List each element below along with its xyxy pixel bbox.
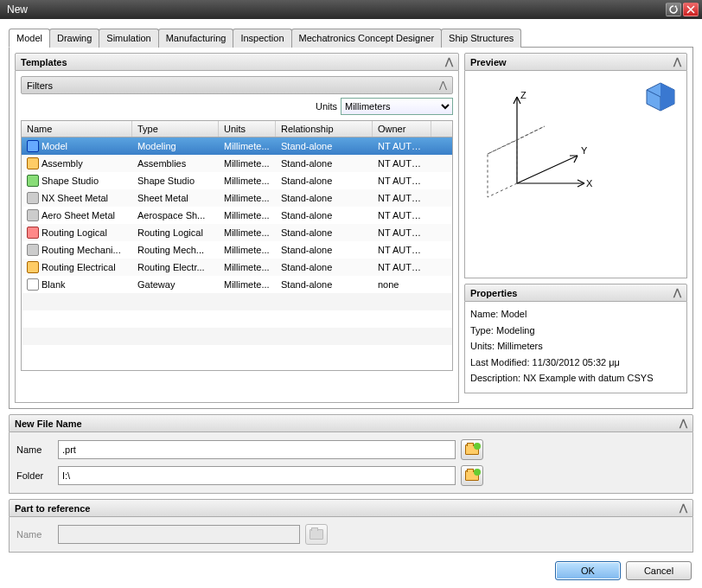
table-row[interactable]: Shape StudioShape StudioMillimete...Stan… [22,172,452,189]
table-row [22,328,452,345]
svg-line-2 [517,156,578,183]
file-icon [27,278,39,291]
properties-header[interactable]: Properties ⋀ [464,284,687,302]
chevron-up-icon: ⋀ [673,56,681,67]
units-label: Units [316,101,337,112]
browse-name-button[interactable] [461,439,483,460]
close-button[interactable] [683,3,699,16]
file-icon [27,261,39,273]
window-title: New [3,3,664,16]
file-icon [27,209,39,221]
folder-input[interactable] [58,466,456,485]
browse-ref-button [305,524,328,545]
tab-ship-structures[interactable]: Ship Structures [441,29,521,48]
file-icon [27,140,39,152]
file-icon [27,192,39,204]
templates-header[interactable]: Templates ⋀ [15,53,459,71]
ref-name-label: Name [16,529,53,540]
col-owner[interactable]: Owner [373,121,431,137]
properties-pane: Name: Model Type: Modeling Units: Millim… [464,302,687,393]
table-row[interactable]: NX Sheet MetalSheet MetalMillimete...Sta… [22,189,452,207]
dialog-footer: OK Cancel [0,556,702,585]
tab-strip: ModelDrawingSimulationManufacturingInspe… [9,28,693,48]
filters-header[interactable]: Filters ⋀ [21,76,453,94]
reset-dialog-button[interactable] [666,3,681,16]
ref-name-input [58,525,300,544]
table-row[interactable]: Aero Sheet MetalAerospace Sh...Millimete… [22,207,452,224]
browse-folder-button[interactable] [461,465,483,486]
chevron-up-icon: ⋀ [439,80,447,91]
preview-header-label: Preview [470,57,507,67]
part-to-reference-header[interactable]: Part to reference ⋀ [9,499,693,517]
table-row[interactable]: AssemblyAssembliesMillimete...Stand-alon… [22,155,452,172]
table-row [22,345,452,362]
table-row[interactable]: ModelModelingMillimete...Stand-aloneNT A… [22,137,452,155]
col-rel[interactable]: Relationship [276,121,373,137]
svg-text:Z: Z [520,90,526,100]
file-icon [27,157,39,169]
new-file-name-header[interactable]: New File Name ⋀ [9,414,693,432]
folder-icon [465,470,479,481]
tab-drawing[interactable]: Drawing [49,29,99,48]
properties-header-label: Properties [470,288,517,298]
table-row[interactable]: Routing Mechani...Routing Mech...Millime… [22,241,452,259]
tab-model[interactable]: Model [9,29,50,48]
col-units[interactable]: Units [219,121,276,137]
chevron-up-icon: ⋀ [680,418,687,429]
table-row[interactable]: Routing LogicalRouting LogicalMillimete.… [22,224,452,241]
units-select[interactable]: Millimeters [341,98,453,115]
preview-header[interactable]: Preview ⋀ [464,53,687,71]
title-bar: New [0,0,702,19]
filters-header-label: Filters [27,80,53,91]
folder-label: Folder [16,470,53,481]
new-file-name-label: New File Name [15,419,82,429]
file-icon [27,227,39,239]
table-row [22,293,452,310]
tab-simulation[interactable]: Simulation [99,29,158,48]
templates-grid: Name Type Units Relationship Owner Model… [21,120,453,371]
file-name-input[interactable] [58,440,456,459]
ok-button[interactable]: OK [555,561,621,580]
file-icon [27,175,39,187]
cancel-button[interactable]: Cancel [626,561,692,580]
part-to-reference-label: Part to reference [15,503,90,514]
chevron-up-icon: ⋀ [673,287,681,298]
folder-icon [310,529,323,540]
chevron-up-icon: ⋀ [680,502,687,514]
preview-pane: Z X Y [464,71,687,278]
axes-icon: Z X Y [482,88,595,209]
templates-header-label: Templates [21,57,67,67]
tab-manufacturing[interactable]: Manufacturing [158,29,234,48]
chevron-up-icon: ⋀ [445,56,453,67]
name-label: Name [16,444,53,455]
col-type[interactable]: Type [132,121,219,137]
file-icon [27,244,39,256]
svg-text:X: X [586,178,593,189]
table-row[interactable]: Routing ElectricalRouting Electr...Milli… [22,259,452,276]
svg-text:Y: Y [581,145,588,156]
folder-icon [465,444,479,455]
table-row[interactable]: BlankGatewayMillimete...Stand-alonenone [22,276,452,293]
cube-icon [641,78,680,116]
tab-mechatronics-concept-designer[interactable]: Mechatronics Concept Designer [291,29,443,48]
table-row [22,310,452,328]
col-name[interactable]: Name [22,121,132,137]
tab-inspection[interactable]: Inspection [233,29,291,48]
